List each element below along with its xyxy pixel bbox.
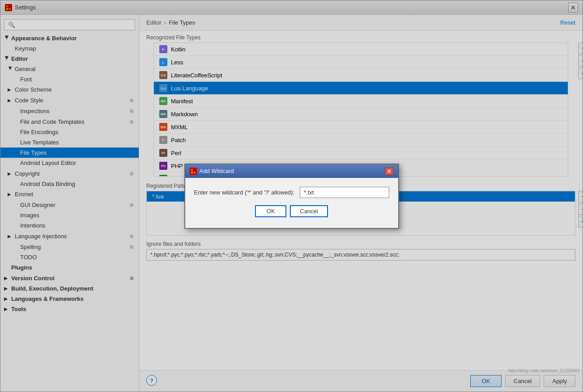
dialog-title: Add Wildcard [200, 168, 234, 174]
dialog-label: Enter new wildcard ('*' and '?' allowed)… [194, 189, 295, 196]
dialog-titlebar: Add Wildcard ✕ [185, 164, 398, 178]
dialog-ok-button[interactable]: OK [255, 205, 286, 217]
dialog-overlay: Add Wildcard ✕ Enter new wildcard ('*' a… [0, 0, 583, 392]
dialog-icon [190, 168, 197, 175]
dialog-close-button[interactable]: ✕ [385, 167, 394, 175]
dialog-title-left: Add Wildcard [190, 168, 234, 175]
svg-rect-6 [191, 172, 193, 173]
dialog-input-row: Enter new wildcard ('*' and '?' allowed)… [194, 187, 389, 198]
dialog-buttons: OK Cancel [194, 203, 389, 221]
dialog-input[interactable] [300, 187, 389, 198]
svg-rect-5 [194, 169, 196, 171]
dialog-body: Enter new wildcard ('*' and '?' allowed)… [185, 178, 398, 228]
svg-rect-4 [191, 169, 193, 171]
svg-rect-7 [194, 172, 196, 173]
add-wildcard-dialog: Add Wildcard ✕ Enter new wildcard ('*' a… [184, 164, 399, 229]
dialog-cancel-button[interactable]: Cancel [290, 205, 328, 217]
settings-window: Settings ✕ 🔍 ▶Appearance & BehaviorKeyma… [0, 0, 583, 392]
